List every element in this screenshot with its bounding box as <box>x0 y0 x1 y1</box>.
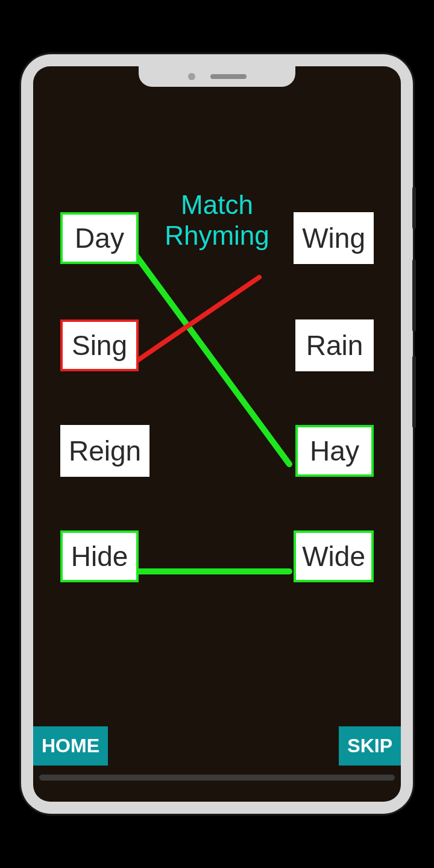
phone-frame: Match Rhyming Day Sing Reign Hide Wing R… <box>21 54 413 814</box>
word-box-left-0[interactable]: Day <box>60 212 139 264</box>
svg-line-0 <box>136 255 289 464</box>
word-box-right-1[interactable]: Rain <box>295 319 374 371</box>
bottom-bar <box>39 775 395 781</box>
svg-line-1 <box>136 277 259 362</box>
game-area: Match Rhyming Day Sing Reign Hide Wing R… <box>33 66 401 802</box>
speaker-icon <box>210 74 247 79</box>
side-button <box>412 259 416 332</box>
phone-screen: Match Rhyming Day Sing Reign Hide Wing R… <box>33 66 401 802</box>
side-button <box>412 356 416 428</box>
phone-notch <box>139 66 295 87</box>
side-button <box>412 187 416 229</box>
word-box-right-2[interactable]: Hay <box>295 425 374 477</box>
home-button[interactable]: HOME <box>33 726 108 766</box>
word-box-right-3[interactable]: Wide <box>294 530 374 582</box>
word-box-left-1[interactable]: Sing <box>60 319 139 371</box>
camera-icon <box>188 73 195 80</box>
word-box-right-0[interactable]: Wing <box>294 212 374 264</box>
game-title: Match Rhyming <box>165 190 269 251</box>
word-box-left-3[interactable]: Hide <box>60 530 139 582</box>
word-box-left-2[interactable]: Reign <box>60 425 149 477</box>
skip-button[interactable]: SKIP <box>339 726 401 766</box>
